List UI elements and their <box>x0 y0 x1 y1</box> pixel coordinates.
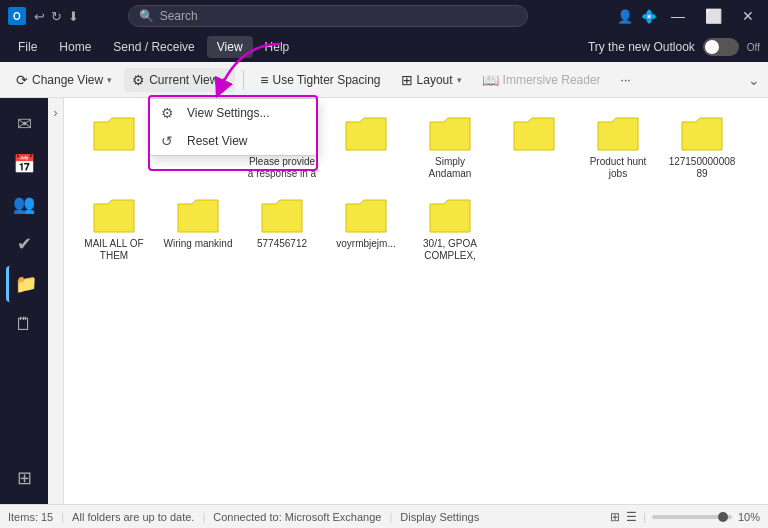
change-view-label: Change View <box>32 73 103 87</box>
undo-icon[interactable]: ↩ <box>34 9 45 24</box>
view-settings-label: View Settings... <box>187 106 270 120</box>
change-view-arrow: ▾ <box>107 75 112 85</box>
folder-item[interactable] <box>494 108 574 186</box>
layout-arrow: ▾ <box>457 75 462 85</box>
folder-item[interactable]: voyrmbjejm... <box>326 190 406 268</box>
status-right: ⊞ ☰ | 10% <box>610 510 760 524</box>
outlook-toggle[interactable] <box>703 38 739 56</box>
folder-item[interactable]: Wiring mankind <box>158 190 238 268</box>
folder-label: MAIL ALL OF THEM <box>78 238 150 262</box>
reset-view-item[interactable]: ↺ Reset View <box>149 127 317 155</box>
folder-label: voyrmbjejm... <box>336 238 395 250</box>
current-view-arrow: ▾ <box>222 75 227 85</box>
folder-label: Wiring mankind <box>164 238 233 250</box>
sidebar-mail-icon[interactable]: ✉ <box>6 106 42 142</box>
reset-view-label: Reset View <box>187 134 247 148</box>
current-view-button[interactable]: ⚙ Current View ▾ <box>124 68 235 92</box>
folder-icon <box>342 196 390 236</box>
view-settings-item[interactable]: ⚙ View Settings... <box>149 99 317 127</box>
try-outlook-label: Try the new Outlook <box>588 40 695 54</box>
ribbon: ⟳ Change View ▾ ⚙ Current View ▾ ⚙ View … <box>0 62 768 98</box>
menu-bar: File Home Send / Receive View Help Try t… <box>0 32 768 62</box>
sidebar-folders-icon[interactable]: 📁 <box>6 266 42 302</box>
layout-button[interactable]: ⊞ Layout ▾ <box>393 68 470 92</box>
toggle-knob <box>705 40 719 54</box>
folder-item[interactable] <box>326 108 406 186</box>
menu-home[interactable]: Home <box>49 36 101 58</box>
zoom-slider[interactable] <box>652 515 732 519</box>
folder-label: Simply Andaman <box>414 156 486 180</box>
current-view-icon: ⚙ <box>132 72 145 88</box>
title-bar: O ↩ ↻ ⬇ 🔍 Search 👤 💠 — ⬜ ✕ <box>0 0 768 32</box>
more-button[interactable]: ··· <box>613 69 639 91</box>
menu-send-receive[interactable]: Send / Receive <box>103 36 204 58</box>
immersive-reader-icon: 📖 <box>482 72 499 88</box>
folder-label: 30/1, GPOA COMPLEX, <box>414 238 486 262</box>
list-view-icon[interactable]: ☰ <box>626 510 637 524</box>
ribbon-collapse-button[interactable]: ⌄ <box>748 72 760 88</box>
immersive-reader-label: Immersive Reader <box>503 73 601 87</box>
folder-item[interactable]: MAIL ALL OF THEM <box>74 190 154 268</box>
content-area: Please provide a response in a Simply An… <box>64 98 768 504</box>
folder-item[interactable]: Product hunt jobs <box>578 108 658 186</box>
status-bar: Items: 15 | All folders are up to date. … <box>0 504 768 528</box>
current-view-label: Current View <box>149 73 218 87</box>
sidebar-contacts-icon[interactable]: 👥 <box>6 186 42 222</box>
folder-item[interactable]: 577456712 <box>242 190 322 268</box>
search-placeholder: Search <box>160 9 198 23</box>
spacing-icon: ≡ <box>260 72 268 88</box>
sidebar-notes-icon[interactable]: 🗒 <box>6 306 42 342</box>
close-button[interactable]: ✕ <box>736 8 760 24</box>
view-settings-icon: ⚙ <box>161 105 179 121</box>
search-bar[interactable]: 🔍 Search <box>128 5 528 27</box>
folder-label: 12715000000889 <box>666 156 738 180</box>
menu-help[interactable]: Help <box>255 36 300 58</box>
folder-item[interactable]: 12715000000889 <box>662 108 742 186</box>
folder-icon <box>426 114 474 154</box>
account-icon[interactable]: 👤 <box>617 9 633 24</box>
search-icon: 🔍 <box>139 9 154 23</box>
more-icon[interactable]: ⬇ <box>68 9 79 24</box>
folder-icon <box>678 114 726 154</box>
ribbon-sep-1 <box>243 70 244 90</box>
maximize-button[interactable]: ⬜ <box>699 8 728 24</box>
sidebar-nav: › <box>48 98 64 504</box>
folder-label: 577456712 <box>257 238 307 250</box>
connection-status: Connected to: Microsoft Exchange <box>213 511 381 523</box>
sidebar-calendar-icon[interactable]: 📅 <box>6 146 42 182</box>
folder-icon <box>258 196 306 236</box>
folder-icon <box>594 114 642 154</box>
layout-icon: ⊞ <box>401 72 413 88</box>
try-outlook: Try the new Outlook Off <box>588 38 760 56</box>
folder-icon <box>174 196 222 236</box>
folder-item[interactable]: Simply Andaman <box>410 108 490 186</box>
minimize-button[interactable]: — <box>665 8 691 24</box>
items-count: Items: 15 <box>8 511 53 523</box>
zoom-handle <box>718 512 728 522</box>
title-bar-right: 👤 💠 — ⬜ ✕ <box>617 8 760 24</box>
folder-item[interactable] <box>74 108 154 186</box>
folder-icon <box>510 114 558 154</box>
display-settings[interactable]: Display Settings <box>400 511 479 523</box>
spacing-label: Use Tighter Spacing <box>272 73 380 87</box>
folder-icon <box>426 196 474 236</box>
refresh-icon[interactable]: ↻ <box>51 9 62 24</box>
sidebar-left: ✉ 📅 👥 ✔ 📁 🗒 ⊞ <box>0 98 48 504</box>
grid-view-icon[interactable]: ⊞ <box>610 510 620 524</box>
sidebar-tasks-icon[interactable]: ✔ <box>6 226 42 262</box>
current-view-dropdown: ⚙ View Settings... ↺ Reset View <box>148 98 318 156</box>
toggle-label: Off <box>747 42 760 53</box>
folder-item[interactable]: 30/1, GPOA COMPLEX, <box>410 190 490 268</box>
folder-icon <box>342 114 390 154</box>
menu-view[interactable]: View <box>207 36 253 58</box>
nav-expand-arrow[interactable]: › <box>54 106 58 120</box>
change-view-button[interactable]: ⟳ Change View ▾ <box>8 68 120 92</box>
immersive-reader-button[interactable]: 📖 Immersive Reader <box>474 68 609 92</box>
reset-view-icon: ↺ <box>161 133 179 149</box>
gem-icon[interactable]: 💠 <box>641 9 657 24</box>
sidebar-settings-icon[interactable]: ⊞ <box>6 460 42 496</box>
zoom-percentage: 10% <box>738 511 760 523</box>
folder-label: Product hunt jobs <box>582 156 654 180</box>
spacing-button[interactable]: ≡ Use Tighter Spacing <box>252 68 388 92</box>
menu-file[interactable]: File <box>8 36 47 58</box>
